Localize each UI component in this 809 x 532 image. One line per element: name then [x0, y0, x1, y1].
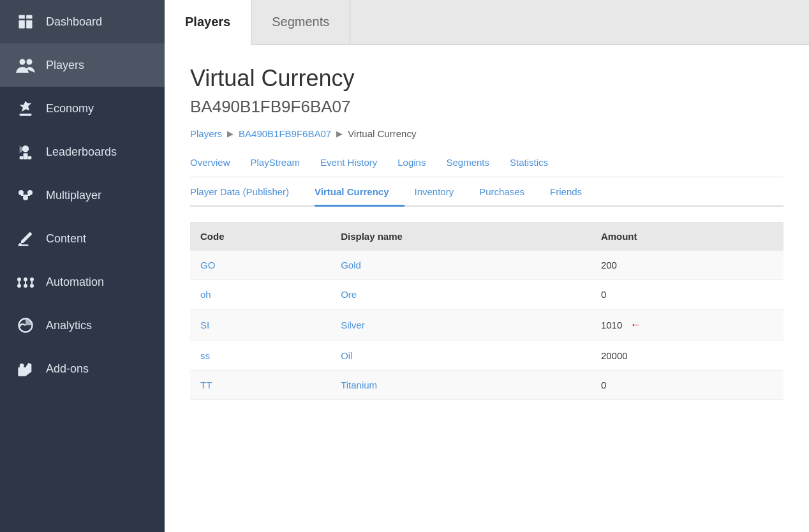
tab-players[interactable]: Players	[165, 0, 251, 45]
content-icon	[15, 228, 36, 249]
table-row: GOGold200	[190, 251, 783, 280]
svg-point-5	[27, 59, 33, 65]
table-row: ssOil20000	[190, 341, 783, 371]
sidebar-item-players[interactable]: Players	[0, 43, 165, 87]
nav-tab-statistics[interactable]: Statistics	[510, 157, 548, 177]
top-tabs-bar: Players Segments	[165, 0, 809, 45]
svg-point-19	[24, 277, 27, 281]
svg-point-29	[20, 364, 24, 368]
sub-tab-inventory[interactable]: Inventory	[415, 177, 470, 207]
svg-point-21	[17, 284, 21, 288]
cell-display-name[interactable]: Ore	[330, 280, 591, 309]
svg-point-23	[30, 284, 34, 288]
svg-rect-0	[19, 15, 25, 19]
cell-display-name[interactable]: Titanium	[330, 371, 591, 400]
table-row: ohOre0	[190, 280, 783, 309]
cell-display-name[interactable]: Silver	[330, 309, 591, 341]
sub-tab-friends[interactable]: Friends	[550, 177, 597, 207]
cell-amount: 20000	[591, 341, 783, 371]
col-header-display-name: Display name	[330, 222, 591, 251]
multiplayer-icon	[15, 185, 36, 205]
leaderboards-icon	[15, 142, 36, 162]
sidebar-item-automation[interactable]: Automation	[0, 260, 165, 304]
svg-point-18	[17, 277, 21, 281]
automation-icon	[15, 272, 36, 292]
table-row: SISilver1010←	[190, 309, 783, 341]
table-body: GOGold200ohOre0SISilver1010←ssOil20000TT…	[190, 251, 783, 400]
table-header-row: Code Display name Amount	[190, 222, 783, 251]
cell-code[interactable]: TT	[190, 371, 330, 400]
sidebar-label-analytics: Analytics	[46, 319, 92, 332]
sidebar-label-players: Players	[46, 59, 84, 72]
sidebar-item-analytics[interactable]: Analytics	[0, 304, 165, 347]
breadcrumb-sep-2: ▶	[336, 129, 343, 138]
main-content: Players Segments Virtual Currency BA490B…	[165, 0, 809, 532]
sidebar-label-dashboard: Dashboard	[46, 15, 102, 29]
page-content: Virtual Currency BA490B1FB9F6BA07 Player…	[165, 45, 809, 532]
sidebar-label-addons: Add-ons	[46, 362, 89, 376]
analytics-icon	[15, 315, 36, 336]
svg-rect-1	[26, 15, 32, 19]
col-header-code: Code	[190, 222, 330, 251]
cell-display-name[interactable]: Gold	[330, 251, 591, 280]
addons-icon	[15, 358, 36, 379]
sidebar: Dashboard Players Economy	[0, 0, 165, 532]
svg-rect-9	[20, 156, 24, 159]
col-header-amount: Amount	[591, 222, 783, 251]
svg-rect-3	[26, 20, 32, 29]
svg-point-12	[27, 190, 33, 195]
sidebar-label-leaderboards: Leaderboards	[46, 145, 117, 159]
nav-tab-overview[interactable]: Overview	[190, 157, 230, 177]
sidebar-item-dashboard[interactable]: Dashboard	[0, 0, 165, 43]
svg-rect-28	[18, 367, 26, 376]
virtual-currency-table: Code Display name Amount GOGold200ohOre0…	[190, 222, 783, 400]
breadcrumb: Players ▶ BA490B1FB9F6BA07 ▶ Virtual Cur…	[190, 128, 783, 139]
nav-tab-event-history[interactable]: Event History	[320, 157, 377, 177]
sub-tab-virtual-currency[interactable]: Virtual Currency	[315, 177, 404, 207]
svg-point-11	[19, 190, 24, 195]
sidebar-item-addons[interactable]: Add-ons	[0, 347, 165, 390]
svg-rect-8	[24, 153, 28, 159]
cell-amount: 0	[591, 371, 783, 400]
economy-icon	[15, 98, 36, 119]
sub-tab-purchases[interactable]: Purchases	[479, 177, 540, 207]
cell-code[interactable]: SI	[190, 309, 330, 341]
dashboard-icon	[15, 11, 36, 32]
breadcrumb-players-link[interactable]: Players	[190, 128, 222, 139]
nav-tab-logins[interactable]: Logins	[397, 157, 426, 177]
sub-tabs: Player Data (Publisher) Virtual Currency…	[190, 177, 783, 207]
sidebar-item-multiplayer[interactable]: Multiplayer	[0, 174, 165, 217]
svg-rect-6	[20, 114, 32, 116]
svg-point-22	[24, 284, 27, 288]
svg-point-4	[20, 59, 26, 65]
highlight-arrow-icon: ←	[630, 318, 641, 332]
svg-rect-2	[19, 20, 25, 29]
nav-tab-playstream[interactable]: PlayStream	[251, 157, 301, 177]
nav-tab-segments[interactable]: Segments	[446, 157, 489, 177]
cell-code[interactable]: oh	[190, 280, 330, 309]
breadcrumb-sep-1: ▶	[227, 129, 234, 138]
player-id-heading: BA490B1FB9F6BA07	[190, 97, 783, 117]
sidebar-item-content[interactable]: Content	[0, 217, 165, 260]
page-title: Virtual Currency	[190, 65, 783, 92]
svg-rect-10	[28, 156, 32, 159]
cell-code[interactable]: ss	[190, 341, 330, 371]
sub-tab-player-data[interactable]: Player Data (Publisher)	[190, 177, 304, 207]
sidebar-label-automation: Automation	[46, 276, 104, 289]
players-icon	[15, 55, 36, 75]
sidebar-label-content: Content	[46, 232, 86, 246]
cell-amount: 200	[591, 251, 783, 280]
sidebar-item-leaderboards[interactable]: Leaderboards	[0, 130, 165, 174]
cell-amount: 1010←	[591, 309, 783, 341]
cell-amount: 0	[591, 280, 783, 309]
svg-rect-17	[18, 244, 28, 246]
svg-point-20	[30, 277, 34, 281]
cell-display-name[interactable]: Oil	[330, 341, 591, 371]
cell-code[interactable]: GO	[190, 251, 330, 280]
breadcrumb-current: Virtual Currency	[348, 128, 416, 139]
tab-segments[interactable]: Segments	[251, 0, 350, 44]
breadcrumb-playerid-link[interactable]: BA490B1FB9F6BA07	[239, 128, 331, 139]
sidebar-item-economy[interactable]: Economy	[0, 87, 165, 130]
table-row: TTTitanium0	[190, 371, 783, 400]
nav-tabs: Overview PlayStream Event History Logins…	[190, 157, 783, 177]
